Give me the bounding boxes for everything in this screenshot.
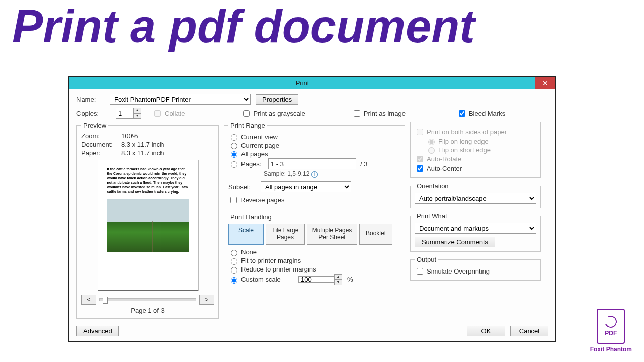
logo-caption: Foxit Phantom [590,346,632,353]
range-sample-hint: Sample: 1,5-9,12i [264,170,400,178]
print-range-group: Print Range Current view Current page Al… [224,122,405,209]
print-handling-legend: Print Handling [228,213,274,221]
simulate-overprinting-checkbox[interactable]: Simulate Overprinting [415,266,536,276]
preview-prev-button[interactable]: < [81,295,96,305]
info-icon[interactable]: i [311,171,318,178]
scale-custom-radio[interactable] [231,277,237,284]
titlebar: Print ✕ [69,77,555,89]
tab-multiple-pages[interactable]: Multiple Pages Per Sheet [307,224,357,245]
print-dialog: Print ✕ Name: Foxit PhantomPDF Printer P… [68,76,556,342]
print-what-group: Print What Document and markups Summariz… [410,212,541,252]
range-pages-input[interactable] [268,158,356,169]
both-sides-checkbox: Print on both sides of paper [415,127,536,137]
print-range-legend: Print Range [228,122,267,129]
logo-pdf-text: PDF [605,330,617,337]
copies-spinner[interactable]: ▲▼ [116,108,141,119]
document-label: Document: [81,141,117,148]
page-headline: Print a pdf document [0,0,644,53]
tab-scale[interactable]: Scale [228,224,264,245]
preview-sample-image [107,199,189,252]
preview-sample-text: If the cattle farmers had known a year a… [107,167,189,194]
range-pages-total: / 3 [360,160,367,168]
ok-button[interactable]: OK [467,326,505,336]
printer-select[interactable]: Foxit PhantomPDF Printer [110,94,251,105]
properties-button[interactable]: Properties [256,94,298,105]
percent-label: % [347,276,353,283]
preview-slider[interactable] [99,298,196,301]
spin-down-icon[interactable]: ▼ [334,280,342,285]
orientation-legend: Orientation [415,182,451,190]
orientation-select[interactable]: Auto portrait/landscape [415,193,536,204]
scale-custom-label: Custom scale [241,276,296,283]
scale-none[interactable]: None [228,248,400,256]
flip-short-edge: Flip on short edge [426,146,536,154]
auto-center-checkbox[interactable]: Auto-Center [415,164,536,173]
preview-group: Preview Zoom:100% Document:8.3 x 11.7 in… [76,122,219,319]
paper-label: Paper: [81,149,117,157]
tab-tile-large-pages[interactable]: Tile Large Pages [266,224,305,245]
spin-up-icon[interactable]: ▲ [133,108,141,113]
preview-next-button[interactable]: > [199,295,214,305]
duplex-group: Print on both sides of paper Flip on lon… [410,122,541,178]
name-label: Name: [76,96,105,103]
subset-label: Subset: [228,183,256,191]
preview-legend: Preview [81,122,108,129]
summarize-comments-button[interactable]: Summarize Comments [415,237,495,247]
orientation-group: Orientation Auto portrait/landscape [410,182,541,208]
flip-long-edge: Flip on long edge [426,137,536,145]
grayscale-checkbox[interactable]: Print as grayscale [241,109,305,118]
app-logo: PDF Foxit Phantom [590,309,632,353]
bleed-marks-checkbox[interactable]: Bleed Marks [457,109,505,118]
spin-up-icon[interactable]: ▲ [334,274,342,280]
scale-custom-spinner[interactable]: ▲▼ [298,274,342,285]
scale-custom-input[interactable] [298,276,335,283]
collate-checkbox: Collate [152,109,185,118]
preview-page-indicator: Page 1 of 3 [81,307,214,314]
print-as-image-checkbox[interactable]: Print as image [352,109,406,118]
zoom-label: Zoom: [81,132,117,140]
preview-page: If the cattle farmers had known a year a… [98,160,198,291]
swirl-icon [603,314,619,330]
close-icon: ✕ [542,79,548,87]
copies-label: Copies: [76,110,105,117]
reverse-pages-checkbox[interactable]: Reverse pages [228,195,400,205]
scale-reduce[interactable]: Reduce to printer margins [228,265,400,274]
range-all-pages[interactable]: All pages [228,150,400,158]
scale-fit[interactable]: Fit to printer margins [228,257,400,265]
output-legend: Output [415,256,438,263]
range-pages-radio[interactable] [231,161,237,168]
advanced-button[interactable]: Advanced [76,326,119,336]
output-group: Output Simulate Overprinting [410,256,541,281]
paper-value: 8.3 x 11.7 inch [121,149,164,157]
close-button[interactable]: ✕ [535,77,555,89]
print-what-legend: Print What [415,212,449,220]
slider-thumb[interactable] [103,297,108,304]
range-current-page[interactable]: Current page [228,141,400,149]
print-what-select[interactable]: Document and markups [415,223,536,234]
auto-rotate-checkbox: Auto-Rotate [415,154,536,164]
tab-booklet[interactable]: Booklet [359,224,392,245]
subset-select[interactable]: All pages in range [261,181,351,192]
dialog-title: Print [69,79,535,87]
cancel-button[interactable]: Cancel [510,326,548,336]
spin-down-icon[interactable]: ▼ [133,113,141,119]
print-handling-group: Print Handling Scale Tile Large Pages Mu… [224,213,405,290]
range-current-view[interactable]: Current view [228,133,400,141]
copies-input[interactable] [116,108,134,119]
range-pages-label: Pages: [241,160,266,168]
document-value: 8.3 x 11.7 inch [121,141,164,148]
zoom-value: 100% [121,132,138,140]
